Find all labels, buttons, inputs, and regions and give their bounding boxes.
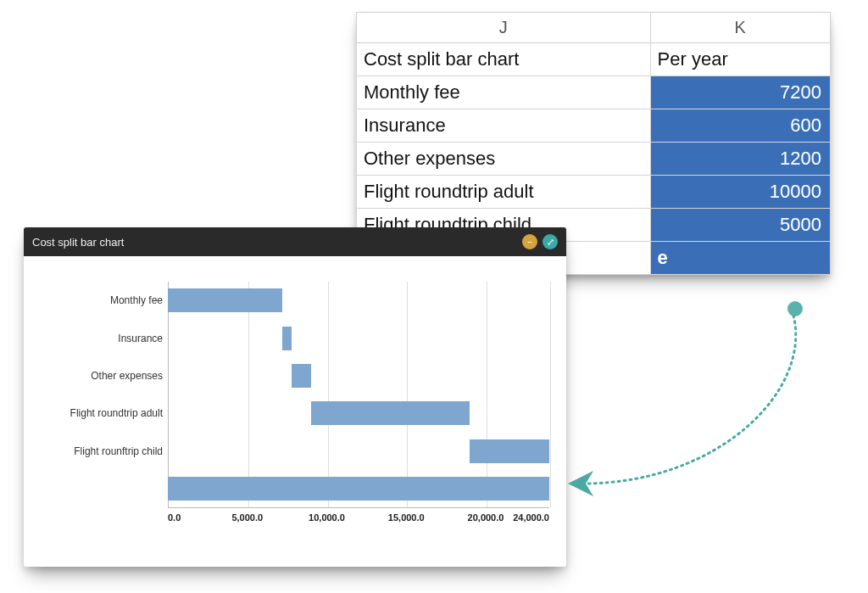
y-tick-label: Flight rounftrip child [41,445,163,457]
x-tick-label: 0.0 [168,512,181,523]
row-label[interactable]: Monthly fee [357,76,651,109]
arrow-start-dot [787,301,803,316]
table-row[interactable]: Monthly fee 7200 [357,76,831,109]
tail-cell[interactable]: e [650,242,830,275]
y-axis-labels: Monthly feeInsuranceOther expensesFlight… [41,282,168,507]
x-tick-label: 24,000.0 [513,512,549,523]
chart-bars [168,282,549,507]
row-label[interactable]: Flight roundtrip adult [357,176,651,209]
table-row[interactable]: Insurance 600 [357,109,831,143]
chart-plot: Monthly feeInsuranceOther expensesFlight… [41,282,549,545]
y-tick-label: Flight roundtrip adult [41,407,163,419]
row-value[interactable]: 10000 [650,176,830,209]
chart-bar [282,327,292,350]
row-value[interactable]: 7200 [650,76,830,109]
y-tick-label: Monthly fee [41,294,163,306]
x-tick-label: 15,000.0 [388,512,425,523]
arrow-annotation [558,297,829,517]
row-value[interactable]: 5000 [650,209,830,242]
column-header-j[interactable]: J [357,13,651,43]
chart-bar [292,364,311,388]
chart-card: Cost split bar chart − ⤢ Monthly feeInsu… [24,227,566,567]
fullscreen-icon[interactable]: ⤢ [542,234,558,249]
row-value[interactable]: 600 [650,109,830,143]
minimize-icon[interactable]: − [522,234,537,249]
chart-bar [168,477,549,501]
chart-bar [311,401,470,425]
column-header-k[interactable]: K [650,13,830,43]
chart-bar [168,288,282,312]
x-tick-label: 20,000.0 [468,512,504,523]
x-tick-label: 5,000.0 [231,512,263,523]
x-axis-labels: 0.05,000.010,000.015,000.020,000.024,000… [168,512,549,533]
y-tick-label: Other expenses [41,370,163,382]
chart-title: Cost split bar chart [32,236,517,249]
arrow-path [583,316,796,484]
table-row[interactable]: Other expenses 1200 [357,143,831,176]
chart-bar [470,439,549,463]
row-value[interactable]: 1200 [650,143,830,176]
title-value-cell[interactable]: Per year [650,43,830,76]
grid-line [550,282,551,507]
table-row[interactable]: Flight roundtrip adult 10000 [357,176,831,209]
y-tick-label: Insurance [41,333,163,344]
chart-header: Cost split bar chart − ⤢ [24,227,566,256]
x-tick-label: 10,000.0 [309,512,345,523]
table-row[interactable]: Cost split bar chart Per year [357,43,831,76]
row-label[interactable]: Other expenses [357,143,651,176]
title-cell[interactable]: Cost split bar chart [357,43,651,76]
row-label[interactable]: Insurance [357,109,651,143]
